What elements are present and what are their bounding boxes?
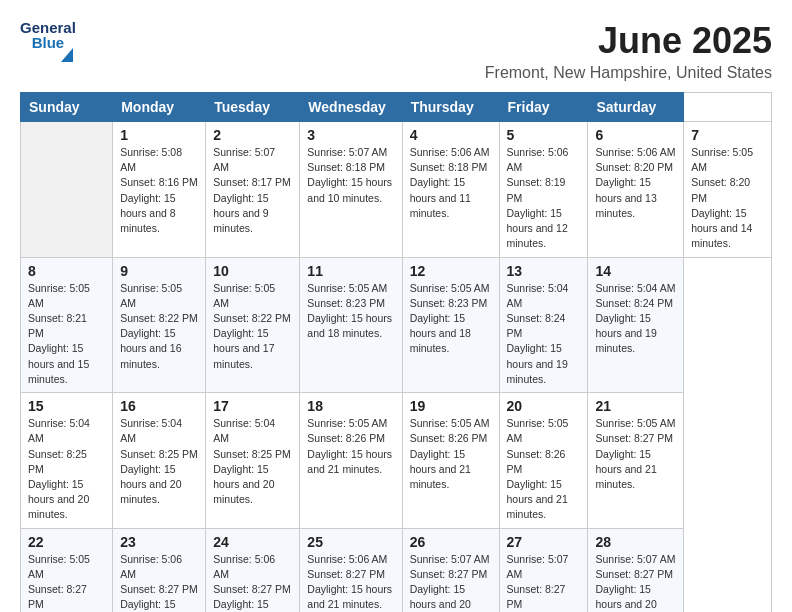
logo: General Blue <box>20 20 80 62</box>
calendar-cell: 12Sunrise: 5:05 AMSunset: 8:23 PMDayligh… <box>402 257 499 393</box>
day-number: 5 <box>507 127 581 143</box>
calendar-header-wednesday: Wednesday <box>300 93 402 122</box>
title-area: June 2025 Fremont, New Hampshire, United… <box>485 20 772 82</box>
day-number: 6 <box>595 127 676 143</box>
day-info: Sunrise: 5:06 AMSunset: 8:27 PMDaylight:… <box>120 552 198 612</box>
day-info: Sunrise: 5:07 AMSunset: 8:27 PMDaylight:… <box>507 552 581 612</box>
day-info: Sunrise: 5:04 AMSunset: 8:25 PMDaylight:… <box>120 416 198 507</box>
calendar-header-tuesday: Tuesday <box>206 93 300 122</box>
calendar-cell: 14Sunrise: 5:04 AMSunset: 8:24 PMDayligh… <box>588 257 684 393</box>
calendar-cell: 11Sunrise: 5:05 AMSunset: 8:23 PMDayligh… <box>300 257 402 393</box>
calendar-cell: 10Sunrise: 5:05 AMSunset: 8:22 PMDayligh… <box>206 257 300 393</box>
day-info: Sunrise: 5:07 AMSunset: 8:17 PMDaylight:… <box>213 145 292 236</box>
day-number: 26 <box>410 534 492 550</box>
day-number: 18 <box>307 398 394 414</box>
day-info: Sunrise: 5:07 AMSunset: 8:18 PMDaylight:… <box>307 145 394 206</box>
day-info: Sunrise: 5:07 AMSunset: 8:27 PMDaylight:… <box>410 552 492 612</box>
day-info: Sunrise: 5:05 AMSunset: 8:22 PMDaylight:… <box>213 281 292 372</box>
calendar-cell: 9Sunrise: 5:05 AMSunset: 8:22 PMDaylight… <box>113 257 206 393</box>
day-info: Sunrise: 5:04 AMSunset: 8:25 PMDaylight:… <box>28 416 105 523</box>
day-number: 25 <box>307 534 394 550</box>
calendar-cell: 13Sunrise: 5:04 AMSunset: 8:24 PMDayligh… <box>499 257 588 393</box>
calendar-cell: 1Sunrise: 5:08 AMSunset: 8:16 PMDaylight… <box>113 122 206 258</box>
calendar-cell: 16Sunrise: 5:04 AMSunset: 8:25 PMDayligh… <box>113 393 206 529</box>
day-info: Sunrise: 5:05 AMSunset: 8:26 PMDaylight:… <box>307 416 394 477</box>
logo-general-text: General <box>20 20 76 35</box>
day-number: 28 <box>595 534 676 550</box>
calendar-week-row: 1Sunrise: 5:08 AMSunset: 8:16 PMDaylight… <box>21 122 772 258</box>
day-number: 3 <box>307 127 394 143</box>
day-number: 11 <box>307 263 394 279</box>
calendar-cell: 2Sunrise: 5:07 AMSunset: 8:17 PMDaylight… <box>206 122 300 258</box>
calendar-cell: 21Sunrise: 5:05 AMSunset: 8:27 PMDayligh… <box>588 393 684 529</box>
day-info: Sunrise: 5:06 AMSunset: 8:19 PMDaylight:… <box>507 145 581 252</box>
day-number: 27 <box>507 534 581 550</box>
day-number: 10 <box>213 263 292 279</box>
calendar-header-thursday: Thursday <box>402 93 499 122</box>
day-number: 14 <box>595 263 676 279</box>
logo-icon: General Blue <box>20 20 76 62</box>
month-title: June 2025 <box>485 20 772 62</box>
day-number: 7 <box>691 127 764 143</box>
calendar-week-row: 15Sunrise: 5:04 AMSunset: 8:25 PMDayligh… <box>21 393 772 529</box>
day-info: Sunrise: 5:04 AMSunset: 8:24 PMDaylight:… <box>507 281 581 388</box>
day-number: 8 <box>28 263 105 279</box>
location-title: Fremont, New Hampshire, United States <box>485 64 772 82</box>
day-number: 24 <box>213 534 292 550</box>
day-info: Sunrise: 5:05 AMSunset: 8:27 PMDaylight:… <box>595 416 676 492</box>
calendar-header-sunday: Sunday <box>21 93 113 122</box>
page-header: General Blue June 2025 Fremont, New Hamp… <box>20 20 772 82</box>
calendar-cell: 28Sunrise: 5:07 AMSunset: 8:27 PMDayligh… <box>588 528 684 612</box>
day-info: Sunrise: 5:06 AMSunset: 8:18 PMDaylight:… <box>410 145 492 221</box>
day-number: 17 <box>213 398 292 414</box>
day-info: Sunrise: 5:04 AMSunset: 8:25 PMDaylight:… <box>213 416 292 507</box>
day-number: 20 <box>507 398 581 414</box>
day-info: Sunrise: 5:04 AMSunset: 8:24 PMDaylight:… <box>595 281 676 357</box>
day-info: Sunrise: 5:05 AMSunset: 8:26 PMDaylight:… <box>507 416 581 523</box>
calendar-cell: 26Sunrise: 5:07 AMSunset: 8:27 PMDayligh… <box>402 528 499 612</box>
calendar-cell: 6Sunrise: 5:06 AMSunset: 8:20 PMDaylight… <box>588 122 684 258</box>
day-info: Sunrise: 5:06 AMSunset: 8:20 PMDaylight:… <box>595 145 676 221</box>
calendar-cell: 27Sunrise: 5:07 AMSunset: 8:27 PMDayligh… <box>499 528 588 612</box>
calendar-cell: 4Sunrise: 5:06 AMSunset: 8:18 PMDaylight… <box>402 122 499 258</box>
calendar-cell: 20Sunrise: 5:05 AMSunset: 8:26 PMDayligh… <box>499 393 588 529</box>
day-number: 19 <box>410 398 492 414</box>
day-info: Sunrise: 5:05 AMSunset: 8:26 PMDaylight:… <box>410 416 492 492</box>
calendar-table: SundayMondayTuesdayWednesdayThursdayFrid… <box>20 92 772 612</box>
day-number: 22 <box>28 534 105 550</box>
calendar-cell: 24Sunrise: 5:06 AMSunset: 8:27 PMDayligh… <box>206 528 300 612</box>
day-number: 9 <box>120 263 198 279</box>
calendar-cell: 3Sunrise: 5:07 AMSunset: 8:18 PMDaylight… <box>300 122 402 258</box>
calendar-header-row: SundayMondayTuesdayWednesdayThursdayFrid… <box>21 93 772 122</box>
calendar-cell: 17Sunrise: 5:04 AMSunset: 8:25 PMDayligh… <box>206 393 300 529</box>
calendar-cell <box>21 122 113 258</box>
calendar-week-row: 8Sunrise: 5:05 AMSunset: 8:21 PMDaylight… <box>21 257 772 393</box>
day-info: Sunrise: 5:05 AMSunset: 8:23 PMDaylight:… <box>307 281 394 342</box>
calendar-cell: 18Sunrise: 5:05 AMSunset: 8:26 PMDayligh… <box>300 393 402 529</box>
day-number: 13 <box>507 263 581 279</box>
day-info: Sunrise: 5:05 AMSunset: 8:20 PMDaylight:… <box>691 145 764 252</box>
calendar-cell: 7Sunrise: 5:05 AMSunset: 8:20 PMDaylight… <box>684 122 772 258</box>
day-info: Sunrise: 5:06 AMSunset: 8:27 PMDaylight:… <box>307 552 394 612</box>
calendar-cell: 22Sunrise: 5:05 AMSunset: 8:27 PMDayligh… <box>21 528 113 612</box>
calendar-cell: 5Sunrise: 5:06 AMSunset: 8:19 PMDaylight… <box>499 122 588 258</box>
calendar-week-row: 22Sunrise: 5:05 AMSunset: 8:27 PMDayligh… <box>21 528 772 612</box>
day-info: Sunrise: 5:05 AMSunset: 8:23 PMDaylight:… <box>410 281 492 357</box>
calendar-cell: 25Sunrise: 5:06 AMSunset: 8:27 PMDayligh… <box>300 528 402 612</box>
day-number: 16 <box>120 398 198 414</box>
day-number: 21 <box>595 398 676 414</box>
day-info: Sunrise: 5:05 AMSunset: 8:21 PMDaylight:… <box>28 281 105 388</box>
day-info: Sunrise: 5:07 AMSunset: 8:27 PMDaylight:… <box>595 552 676 612</box>
day-number: 4 <box>410 127 492 143</box>
logo-triangle-icon <box>61 48 73 62</box>
calendar-cell: 19Sunrise: 5:05 AMSunset: 8:26 PMDayligh… <box>402 393 499 529</box>
day-number: 23 <box>120 534 198 550</box>
calendar-cell: 8Sunrise: 5:05 AMSunset: 8:21 PMDaylight… <box>21 257 113 393</box>
logo-blue-text: Blue <box>32 35 65 50</box>
day-info: Sunrise: 5:05 AMSunset: 8:27 PMDaylight:… <box>28 552 105 612</box>
calendar-header-monday: Monday <box>113 93 206 122</box>
day-info: Sunrise: 5:05 AMSunset: 8:22 PMDaylight:… <box>120 281 198 372</box>
day-info: Sunrise: 5:08 AMSunset: 8:16 PMDaylight:… <box>120 145 198 236</box>
day-number: 1 <box>120 127 198 143</box>
day-number: 2 <box>213 127 292 143</box>
